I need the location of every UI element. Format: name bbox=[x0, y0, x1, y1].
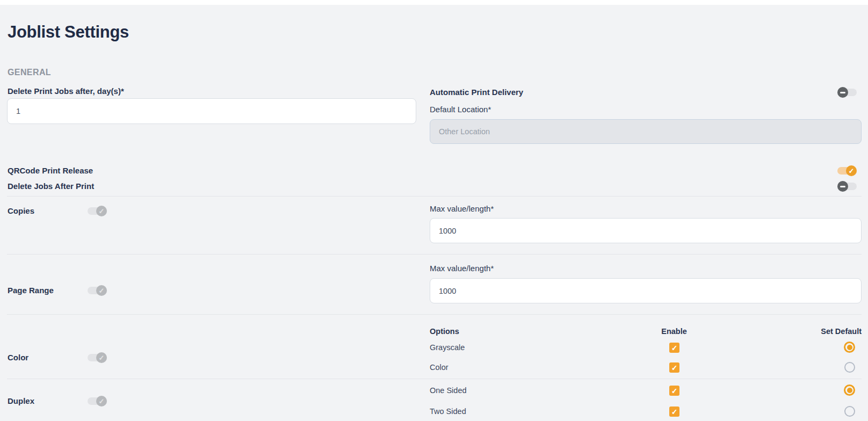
section-heading-general: GENERAL bbox=[8, 68, 51, 77]
top-strip bbox=[0, 0, 868, 5]
divider bbox=[7, 196, 862, 197]
default-location-label: Default Location* bbox=[430, 104, 491, 115]
page-range-max-input[interactable] bbox=[430, 278, 862, 303]
set-default-column-header: Set Default bbox=[808, 326, 862, 337]
divider bbox=[7, 254, 862, 255]
enable-checkbox-grayscale[interactable] bbox=[669, 343, 679, 353]
copies-label: Copies bbox=[8, 206, 34, 216]
delete-print-jobs-input[interactable] bbox=[7, 98, 416, 124]
automatic-print-delivery-toggle[interactable] bbox=[837, 87, 857, 98]
toggle-check-icon bbox=[96, 285, 107, 296]
copies-max-label: Max value/length* bbox=[430, 204, 494, 214]
toggle-check-icon bbox=[846, 165, 857, 176]
color-label: Color bbox=[8, 352, 28, 363]
divider bbox=[7, 379, 862, 379]
automatic-print-delivery-label: Automatic Print Delivery bbox=[430, 87, 523, 98]
qrcode-print-release-toggle[interactable] bbox=[837, 165, 857, 176]
enable-checkbox-color[interactable] bbox=[669, 362, 679, 373]
duplex-toggle[interactable] bbox=[88, 396, 107, 407]
qrcode-print-release-label: QRCode Print Release bbox=[8, 165, 93, 176]
duplex-label: Duplex bbox=[8, 396, 34, 407]
set-default-radio-two-sided[interactable] bbox=[844, 406, 855, 417]
enable-checkbox-two-sided[interactable] bbox=[669, 407, 679, 417]
toggle-minus-icon bbox=[837, 181, 848, 192]
page-range-toggle[interactable] bbox=[88, 285, 107, 296]
set-default-radio-color[interactable] bbox=[844, 362, 855, 373]
divider bbox=[7, 314, 862, 315]
option-label-one-sided: One Sided bbox=[430, 385, 467, 396]
option-label-grayscale: Grayscale bbox=[430, 342, 465, 353]
page-title: Joblist Settings bbox=[8, 23, 129, 42]
toggle-check-icon bbox=[96, 206, 107, 216]
color-toggle[interactable] bbox=[88, 352, 107, 363]
copies-toggle[interactable] bbox=[88, 206, 107, 216]
set-default-radio-grayscale[interactable] bbox=[844, 342, 855, 353]
delete-print-jobs-label: Delete Print Jobs after, day(s)* bbox=[8, 86, 124, 97]
toggle-minus-icon bbox=[837, 87, 848, 98]
delete-jobs-after-print-toggle[interactable] bbox=[837, 181, 857, 192]
toggle-check-icon bbox=[96, 396, 107, 407]
options-column-header: Options bbox=[430, 326, 459, 337]
option-label-color: Color bbox=[430, 362, 449, 373]
set-default-radio-one-sided[interactable] bbox=[844, 384, 855, 396]
toggle-check-icon bbox=[96, 352, 107, 363]
page-range-max-label: Max value/length* bbox=[430, 263, 494, 274]
option-label-two-sided: Two Sided bbox=[430, 406, 466, 417]
page-range-label: Page Range bbox=[8, 285, 54, 296]
joblist-settings-page: Joblist Settings GENERAL Delete Print Jo… bbox=[0, 0, 868, 421]
copies-max-input[interactable] bbox=[430, 218, 862, 243]
delete-jobs-after-print-label: Delete Jobs After Print bbox=[8, 181, 94, 192]
default-location-input[interactable] bbox=[430, 119, 862, 144]
enable-checkbox-one-sided[interactable] bbox=[669, 386, 679, 396]
enable-column-header: Enable bbox=[647, 326, 701, 337]
